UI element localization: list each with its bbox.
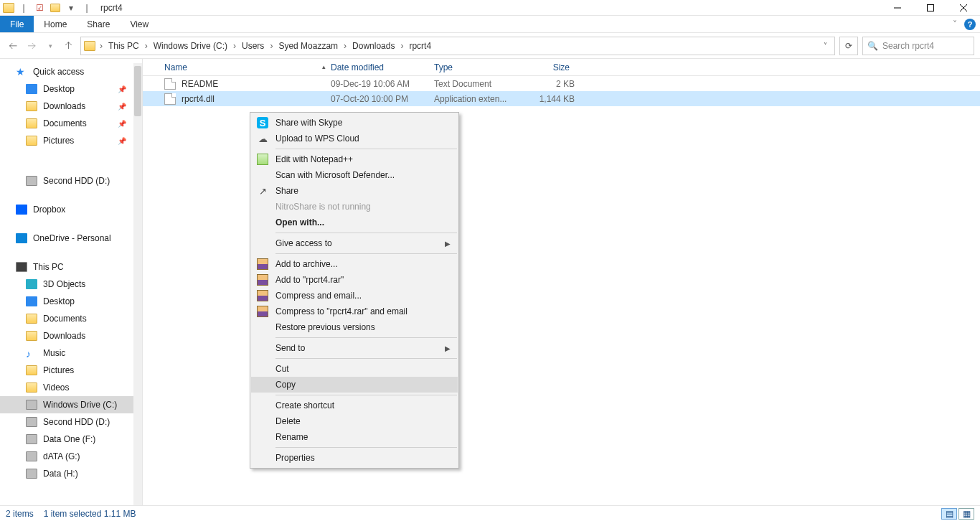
forward-button[interactable]: 🡢 [24, 39, 39, 53]
context-label: Give access to [275, 238, 332, 248]
maximize-button[interactable] [914, 0, 947, 16]
breadcrumb[interactable]: Syed Moazzam [275, 41, 341, 51]
context-item[interactable]: Properties [251, 450, 458, 466]
context-item[interactable]: Compress and email... [251, 288, 458, 304]
nav-pc-item[interactable]: Videos [0, 379, 133, 396]
context-label: Restore previous versions [275, 322, 375, 332]
breadcrumb-separator[interactable]: › [397, 41, 406, 51]
context-item[interactable]: Scan with Microsoft Defender... [251, 167, 458, 183]
nav-pc-item[interactable]: ♪Music [0, 344, 133, 362]
context-label: Add to "rpcrt4.rar" [275, 275, 344, 285]
nav-this-pc[interactable]: This PC [0, 258, 133, 276]
breadcrumb[interactable]: Downloads [349, 41, 397, 51]
breadcrumb-separator[interactable]: › [142, 41, 151, 51]
nav-pc-item[interactable]: 3D Objects [0, 276, 133, 293]
nav-pc-item[interactable]: Documents [0, 310, 133, 327]
context-item[interactable]: ↗Share [251, 183, 458, 199]
address-dropdown-icon[interactable]: ˅ [824, 42, 827, 50]
qat-divider2: | [80, 1, 93, 14]
file-date: 07-Oct-20 10:00 PM [331, 94, 434, 104]
nav-pc-item[interactable]: Windows Drive (C:) [0, 396, 133, 413]
nav-label: OneDrive - Personal [33, 233, 111, 243]
breadcrumb-separator[interactable]: › [341, 41, 349, 51]
column-size[interactable]: Size [519, 62, 575, 72]
ribbon-expand-icon[interactable]: ˅ [953, 19, 957, 29]
file-name: rpcrt4.dll [182, 94, 215, 104]
context-item[interactable]: Compress to "rpcrt4.rar" and email [251, 304, 458, 319]
qat-properties-icon[interactable]: ☑ [33, 1, 46, 14]
view-large-button[interactable]: ▦ [958, 508, 974, 520]
context-item[interactable]: Send to▶ [251, 340, 458, 356]
nav-pc-item[interactable]: Data One (F:) [0, 431, 133, 448]
back-button[interactable]: 🡠 [6, 39, 20, 53]
context-item[interactable]: Give access to▶ [251, 235, 458, 251]
qat-dropdown-icon[interactable]: ▾ [65, 1, 77, 14]
nav-pc-item[interactable]: Second HDD (D:) [0, 413, 133, 431]
column-type[interactable]: Type [434, 62, 519, 72]
context-item[interactable]: Create shortcut [251, 398, 458, 413]
nav-dropbox[interactable]: Dropbox [0, 201, 133, 218]
qat-newfolder-icon[interactable] [49, 1, 62, 14]
nav-quick-item[interactable]: Downloads📌 [0, 98, 133, 115]
recent-dropdown-icon[interactable]: ▾ [43, 39, 57, 53]
dropbox-icon [16, 205, 27, 215]
column-date[interactable]: Date modified [331, 62, 434, 72]
nav-pc-item[interactable]: Downloads [0, 327, 133, 344]
context-label: Copy [275, 380, 296, 390]
nav-onedrive[interactable]: OneDrive - Personal [0, 230, 133, 247]
breadcrumb-separator[interactable]: › [267, 41, 275, 51]
nav-quick-item[interactable]: Documents📌 [0, 115, 133, 132]
breadcrumb-separator[interactable]: › [230, 41, 239, 51]
ribbon-tab-home[interactable]: Home [34, 16, 77, 32]
address-bar[interactable]: › This PC›Windows Drive (C:)›Users›Syed … [80, 37, 835, 55]
desktop-icon [26, 84, 37, 94]
ribbon-tab-share[interactable]: Share [77, 16, 120, 32]
context-item[interactable]: Open with... [251, 215, 458, 230]
file-name: README [182, 79, 218, 89]
nav-quick-item[interactable]: Pictures📌 [0, 132, 133, 149]
nav-quick-access[interactable]: ★Quick access [0, 63, 133, 80]
help-icon[interactable]: ? [964, 19, 976, 30]
nav-pc-item[interactable]: Data (H:) [0, 465, 133, 482]
context-item[interactable]: SShare with Skype [251, 115, 458, 131]
context-item[interactable]: Delete [251, 413, 458, 429]
context-item[interactable]: ☁Upload to WPS Cloud [251, 131, 458, 146]
ribbon-tab-view[interactable]: View [120, 16, 159, 32]
breadcrumb[interactable]: Windows Drive (C:) [151, 41, 230, 51]
breadcrumb[interactable]: This PC [105, 41, 142, 51]
file-row[interactable]: README09-Dec-19 10:06 AMText Document2 K… [143, 76, 980, 91]
nav-pc-item[interactable]: Desktop [0, 293, 133, 310]
archive-icon [257, 258, 268, 270]
context-item[interactable]: Restore previous versions [251, 319, 458, 335]
context-item[interactable]: Rename [251, 429, 458, 445]
nav-quick-item[interactable]: Desktop📌 [0, 80, 133, 98]
close-button[interactable] [947, 0, 980, 16]
folder-icon [26, 101, 37, 111]
breadcrumb[interactable]: rpcrt4 [406, 41, 434, 51]
ribbon: File HomeShareView ˅ ? [0, 16, 980, 33]
drive-icon [26, 469, 37, 479]
view-details-button[interactable]: ▤ [941, 508, 957, 520]
context-label: Rename [275, 432, 308, 442]
column-name[interactable]: Name▴ [164, 62, 331, 72]
context-item[interactable]: Copy [251, 377, 458, 393]
search-box[interactable]: 🔍 Search rpcrt4 [862, 37, 974, 55]
context-separator [275, 233, 457, 233]
nav-pc-item[interactable]: dATA (G:) [0, 448, 133, 465]
context-item[interactable]: Edit with Notepad++ [251, 151, 458, 167]
up-button[interactable]: 🡡 [62, 39, 76, 53]
cloud-icon: ☁ [257, 133, 268, 144]
address-root-sep[interactable]: › [97, 41, 105, 51]
context-item[interactable]: Cut [251, 361, 458, 377]
refresh-button[interactable]: ⟳ [839, 37, 858, 55]
nav-second-hdd[interactable]: Second HDD (D:) [0, 172, 133, 189]
nav-pc-item[interactable]: Pictures [0, 362, 133, 379]
breadcrumb[interactable]: Users [239, 41, 267, 51]
archive-icon [257, 290, 268, 301]
navpane-scrollbar[interactable] [133, 63, 142, 505]
context-item[interactable]: Add to archive... [251, 256, 458, 272]
context-item[interactable]: Add to "rpcrt4.rar" [251, 272, 458, 288]
minimize-button[interactable] [881, 0, 914, 16]
file-row[interactable]: rpcrt4.dll07-Oct-20 10:00 PMApplication … [143, 91, 980, 106]
ribbon-file-tab[interactable]: File [0, 16, 34, 32]
